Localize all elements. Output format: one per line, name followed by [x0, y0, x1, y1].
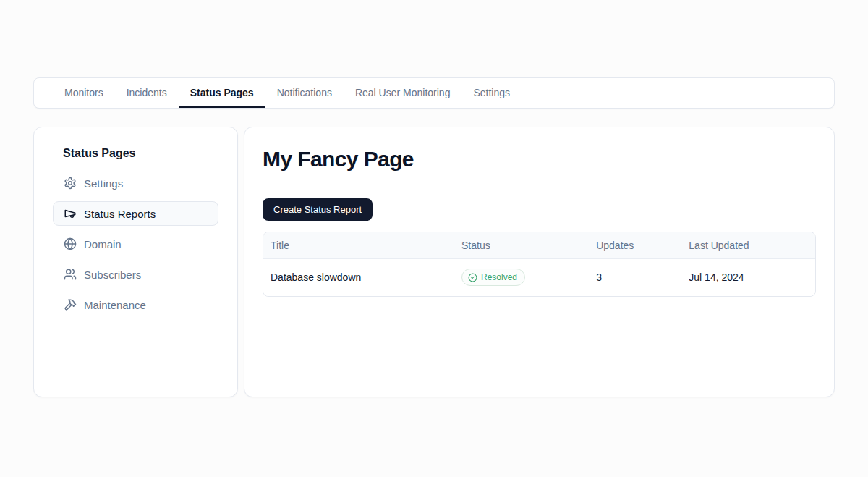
column-header-title: Title	[263, 232, 454, 258]
report-updates-cell: 3	[589, 258, 681, 296]
gear-icon	[64, 177, 77, 190]
table-header-row: Title Status Updates Last Updated	[263, 232, 815, 258]
report-last-updated-cell: Jul 14, 2024	[681, 258, 815, 296]
tab-incidents[interactable]: Incidents	[115, 78, 179, 108]
status-reports-table: Title Status Updates Last Updated Databa…	[263, 232, 816, 297]
sidebar-item-label: Subscribers	[84, 269, 141, 281]
table-row[interactable]: Database slowdown Resolved 3 Jul 14, 202…	[263, 258, 815, 296]
report-status-cell: Resolved	[454, 258, 589, 296]
sidebar-item-domain[interactable]: Domain	[53, 232, 218, 256]
sidebar-item-label: Domain	[84, 238, 122, 250]
sidebar-item-label: Settings	[84, 177, 123, 190]
status-badge: Resolved	[461, 269, 525, 286]
sidebar-item-settings[interactable]: Settings	[53, 171, 218, 195]
sidebar-item-label: Status Reports	[84, 208, 156, 220]
tab-monitors[interactable]: Monitors	[53, 78, 115, 108]
hammer-icon	[64, 298, 77, 311]
status-pages-sidebar: Status Pages Settings Status Reports Dom…	[33, 127, 238, 397]
globe-icon	[64, 237, 77, 250]
report-title-cell: Database slowdown	[263, 258, 454, 296]
check-circle-icon	[468, 273, 477, 282]
page-title: My Fancy Page	[263, 146, 816, 172]
column-header-last-updated: Last Updated	[681, 232, 815, 258]
users-icon	[64, 268, 77, 281]
column-header-status: Status	[454, 232, 589, 258]
status-badge-label: Resolved	[481, 272, 517, 282]
sidebar-title: Status Pages	[53, 145, 218, 162]
tab-settings[interactable]: Settings	[461, 78, 522, 108]
tab-real-user-monitoring[interactable]: Real User Monitoring	[344, 78, 462, 108]
status-page-panel: My Fancy Page Create Status Report Title…	[244, 127, 835, 397]
tab-notifications[interactable]: Notifications	[265, 78, 344, 108]
sidebar-item-status-reports[interactable]: Status Reports	[53, 201, 218, 226]
tab-status-pages[interactable]: Status Pages	[179, 78, 265, 108]
top-navigation: Monitors Incidents Status Pages Notifica…	[33, 77, 835, 109]
megaphone-icon	[64, 207, 77, 220]
sidebar-item-maintenance[interactable]: Maintenance	[53, 292, 218, 317]
sidebar-item-label: Maintenance	[84, 299, 146, 311]
sidebar-item-subscribers[interactable]: Subscribers	[53, 262, 218, 287]
column-header-updates: Updates	[589, 232, 681, 258]
create-status-report-button[interactable]: Create Status Report	[263, 198, 373, 221]
